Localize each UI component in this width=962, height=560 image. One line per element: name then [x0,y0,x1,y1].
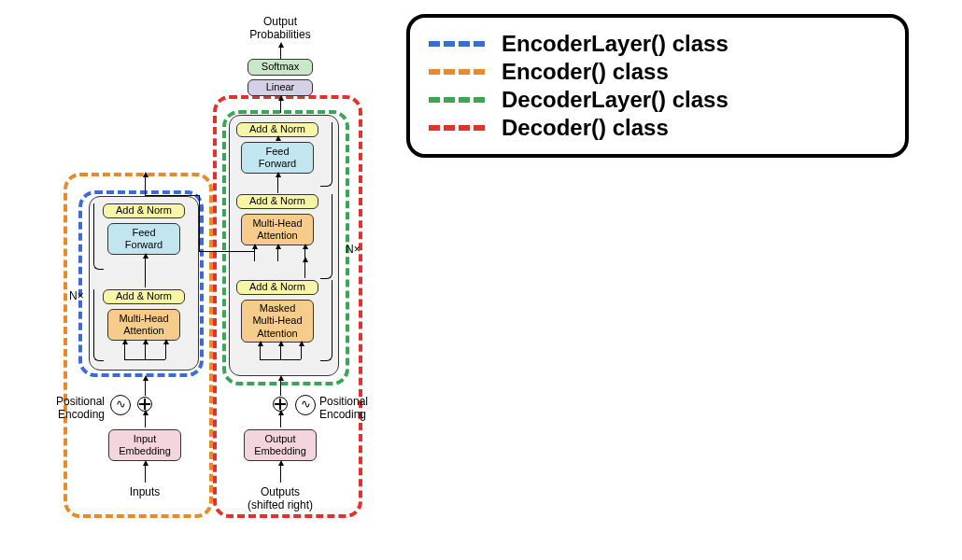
encoder-mha: Multi-HeadAttention [107,309,180,341]
legend: EncoderLayer() class Encoder() class Dec… [406,14,909,158]
legend-swatch [429,69,485,75]
legend-item-decoder: Decoder() class [429,115,886,141]
decoder-masked-mha: MaskedMulti-HeadAttention [241,300,314,343]
legend-item-encoder: Encoder() class [429,59,886,85]
input-embedding: InputEmbedding [108,429,181,461]
legend-label: DecoderLayer() class [502,87,729,113]
nx-label-left: N× [69,289,84,302]
softmax: Softmax [248,59,313,76]
inputs-label: Inputs [120,485,170,498]
legend-item-decoderlayer: DecoderLayer() class [429,87,886,113]
legend-swatch [429,125,485,131]
legend-item-encoderlayer: EncoderLayer() class [429,31,886,57]
positional-encoding-right: PositionalEncoding [319,395,377,422]
sine-decoder: ∿ [295,395,316,415]
legend-label: Decoder() class [502,115,669,141]
output-probabilities-label: OutputProbabilities [243,15,318,42]
legend-label: Encoder() class [502,59,669,85]
decoder-addnorm-2: Add & Norm [236,194,318,209]
nx-label-right: N× [346,243,361,256]
transformer-diagram: OutputProbabilities Softmax Linear Add &… [9,9,402,551]
decoder-mha: Multi-HeadAttention [241,214,314,245]
positional-encoding-left: PositionalEncoding [47,395,105,422]
encoder-addnorm-1: Add & Norm [103,203,185,218]
decoder-addnorm-3: Add & Norm [236,280,318,295]
decoder-feedforward: FeedForward [241,142,314,174]
legend-swatch [429,97,485,103]
legend-swatch [429,41,485,47]
linear: Linear [248,79,313,96]
outputs-label: Outputs(shifted right) [243,485,318,512]
legend-label: EncoderLayer() class [502,31,729,57]
sine-encoder: ∿ [110,395,131,415]
encoder-feedforward: FeedForward [107,223,180,255]
encoder-addnorm-2: Add & Norm [103,289,185,304]
output-embedding: OutputEmbedding [244,429,317,461]
